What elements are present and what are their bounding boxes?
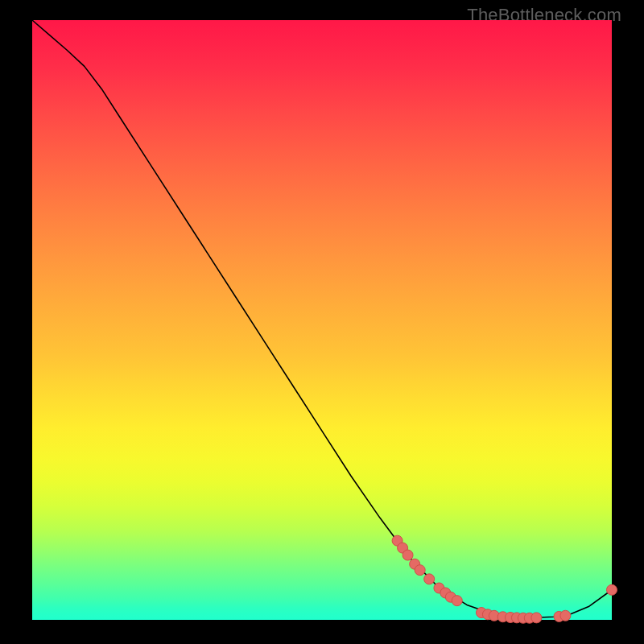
data-point [415,565,425,576]
chart-frame: TheBottleneck.com [0,0,644,644]
data-point [560,610,571,621]
chart-overlay [32,20,612,620]
data-point [402,550,413,560]
data-point [607,584,617,595]
data-point [452,596,462,606]
data-point [531,613,542,623]
data-points [392,535,617,623]
plot-area [32,20,612,620]
data-point [424,574,435,584]
bottleneck-curve [32,20,612,618]
